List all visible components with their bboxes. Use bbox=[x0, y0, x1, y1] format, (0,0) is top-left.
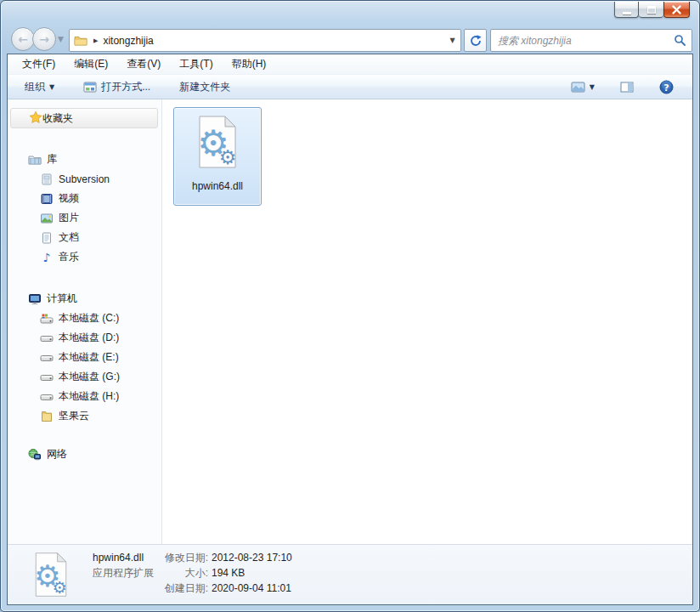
details-pane: ⚙ ⚙ hpwin64.dll修改日期:2012-08-23 17:10 应用程… bbox=[8, 544, 692, 604]
address-dropdown-icon[interactable]: ▼ bbox=[444, 30, 460, 51]
open-with-button[interactable]: 打开方式... bbox=[76, 76, 157, 98]
star-icon bbox=[29, 110, 42, 127]
sidebar-item-drive-e[interactable]: 本地磁盘 (E:) bbox=[8, 348, 161, 367]
refresh-button[interactable] bbox=[464, 29, 487, 52]
size-label: 大小: bbox=[157, 565, 208, 581]
views-icon bbox=[571, 82, 585, 93]
modified-date-label: 修改日期: bbox=[157, 550, 208, 565]
sidebar-item-nutstore[interactable]: 坚果云 bbox=[8, 406, 161, 426]
svg-text:?: ? bbox=[663, 82, 669, 93]
dll-file-icon: ⚙ ⚙ bbox=[190, 115, 245, 169]
menu-file[interactable]: 文件(F) bbox=[16, 54, 61, 74]
close-button[interactable] bbox=[663, 2, 690, 18]
drive-icon bbox=[40, 390, 54, 404]
search-input[interactable] bbox=[498, 35, 674, 47]
sidebar-item-label: 本地磁盘 (E:) bbox=[59, 350, 119, 365]
sidebar-item-label: 音乐 bbox=[59, 250, 79, 264]
details-file-name: hpwin64.dll bbox=[93, 550, 157, 565]
sidebar-item-label: 本地磁盘 (H:) bbox=[59, 389, 119, 404]
sidebar-item-drive-h[interactable]: 本地磁盘 (H:) bbox=[8, 387, 161, 406]
sidebar-item-drive-g[interactable]: 本地磁盘 (G:) bbox=[8, 367, 161, 387]
details-row-1: hpwin64.dll修改日期:2012-08-23 17:10 bbox=[93, 550, 292, 565]
svg-text:⚙: ⚙ bbox=[219, 146, 237, 168]
address-bar[interactable]: ▶ xitongzhijia ▼ bbox=[69, 29, 461, 52]
library-icon bbox=[40, 173, 54, 186]
open-with-icon bbox=[83, 81, 97, 94]
sidebar-item-libraries[interactable]: 库 bbox=[8, 150, 161, 169]
svg-text:⚙: ⚙ bbox=[52, 578, 66, 598]
details-row-3: 创建日期:2020-09-04 11:01 bbox=[93, 581, 292, 596]
sidebar-item-music[interactable]: ♪ 音乐 bbox=[8, 247, 161, 267]
libraries-icon bbox=[28, 153, 42, 167]
sidebar-item-drive-d[interactable]: 本地磁盘 (D:) bbox=[8, 328, 161, 348]
details-file-type: 应用程序扩展 bbox=[93, 565, 157, 581]
minimize-icon bbox=[623, 12, 631, 14]
organize-label: 组织 bbox=[25, 80, 45, 94]
forward-button[interactable]: → bbox=[32, 27, 56, 51]
document-icon bbox=[40, 231, 54, 245]
recent-pages-chevron-icon[interactable]: ▼ bbox=[58, 35, 64, 43]
file-list[interactable]: ⚙ ⚙ hpwin64.dll bbox=[162, 99, 692, 544]
created-date-label: 创建日期: bbox=[157, 581, 208, 596]
sidebar-item-videos[interactable]: 视频 bbox=[8, 189, 161, 208]
views-button[interactable]: ▼ bbox=[564, 78, 601, 96]
sidebar-item-label: 文档 bbox=[59, 230, 79, 245]
sidebar-item-favorites[interactable]: 收藏夹 bbox=[10, 108, 158, 128]
sidebar-item-computer[interactable]: 计算机 bbox=[8, 289, 161, 309]
preview-pane-icon bbox=[620, 82, 634, 93]
system-drive-icon bbox=[40, 312, 54, 326]
command-bar: 组织 ▼ 打开方式... 新建文件夹 bbox=[8, 75, 692, 99]
sidebar-item-label: 本地磁盘 (C:) bbox=[59, 311, 119, 326]
breadcrumb-arrow-icon: ▶ bbox=[93, 37, 98, 44]
details-row-2: 应用程序扩展大小:194 KB bbox=[93, 565, 292, 581]
minimize-button[interactable] bbox=[614, 2, 639, 18]
menu-tools[interactable]: 工具(T) bbox=[173, 54, 218, 74]
window-controls bbox=[614, 2, 690, 18]
new-folder-label: 新建文件夹 bbox=[179, 80, 230, 94]
sidebar-item-subversion[interactable]: Subversion bbox=[8, 169, 161, 189]
sidebar-item-label: 本地磁盘 (G:) bbox=[59, 370, 120, 384]
open-with-label: 打开方式... bbox=[101, 80, 150, 94]
search-box bbox=[490, 29, 692, 52]
search-icon[interactable] bbox=[674, 34, 686, 47]
film-icon bbox=[40, 192, 54, 206]
new-folder-button[interactable]: 新建文件夹 bbox=[172, 76, 237, 98]
sidebar-item-label: 网络 bbox=[47, 447, 67, 462]
chevron-down-icon: ▼ bbox=[590, 83, 595, 91]
sidebar-item-network[interactable]: 网络 bbox=[8, 445, 161, 464]
picture-icon bbox=[40, 212, 54, 225]
organize-button[interactable]: 组织 ▼ bbox=[18, 76, 61, 98]
drive-icon bbox=[40, 332, 54, 345]
computer-icon bbox=[28, 292, 42, 306]
file-name-label: hpwin64.dll bbox=[192, 180, 243, 192]
sidebar-item-pictures[interactable]: 图片 bbox=[8, 208, 161, 228]
chevron-down-icon: ▼ bbox=[49, 83, 54, 91]
file-item-hpwin64[interactable]: ⚙ ⚙ hpwin64.dll bbox=[173, 107, 262, 206]
maximize-icon bbox=[647, 6, 656, 14]
help-icon: ? bbox=[659, 80, 674, 94]
back-button[interactable]: ← bbox=[11, 27, 35, 51]
sidebar-item-label: Subversion bbox=[59, 173, 110, 185]
menu-edit[interactable]: 编辑(E) bbox=[68, 54, 114, 74]
help-button[interactable]: ? bbox=[652, 76, 680, 98]
maximize-button[interactable] bbox=[639, 2, 663, 18]
dll-file-icon: ⚙ ⚙ bbox=[28, 549, 74, 600]
network-icon bbox=[28, 448, 42, 462]
breadcrumb[interactable]: xitongzhijia bbox=[103, 35, 153, 47]
size-value: 194 KB bbox=[212, 567, 245, 579]
sidebar-item-label: 收藏夹 bbox=[42, 111, 73, 126]
sidebar-item-label: 本地磁盘 (D:) bbox=[59, 331, 119, 345]
sidebar-item-label: 计算机 bbox=[47, 292, 77, 306]
sidebar-item-documents[interactable]: 文档 bbox=[8, 228, 161, 247]
menu-bar: 文件(F) 编辑(E) 查看(V) 工具(T) 帮助(H) bbox=[8, 54, 692, 75]
sidebar-item-label: 库 bbox=[47, 152, 57, 167]
close-icon bbox=[671, 5, 682, 14]
menu-help[interactable]: 帮助(H) bbox=[226, 54, 273, 74]
preview-pane-button[interactable] bbox=[613, 78, 641, 96]
content-area: 收藏夹 库 bbox=[8, 99, 692, 544]
menu-view[interactable]: 查看(V) bbox=[121, 54, 167, 74]
client-area: 文件(F) 编辑(E) 查看(V) 工具(T) 帮助(H) 组织 ▼ bbox=[7, 54, 693, 605]
sidebar-item-drive-c[interactable]: 本地磁盘 (C:) bbox=[8, 309, 161, 328]
drive-icon bbox=[40, 351, 54, 365]
refresh-icon bbox=[469, 34, 483, 48]
